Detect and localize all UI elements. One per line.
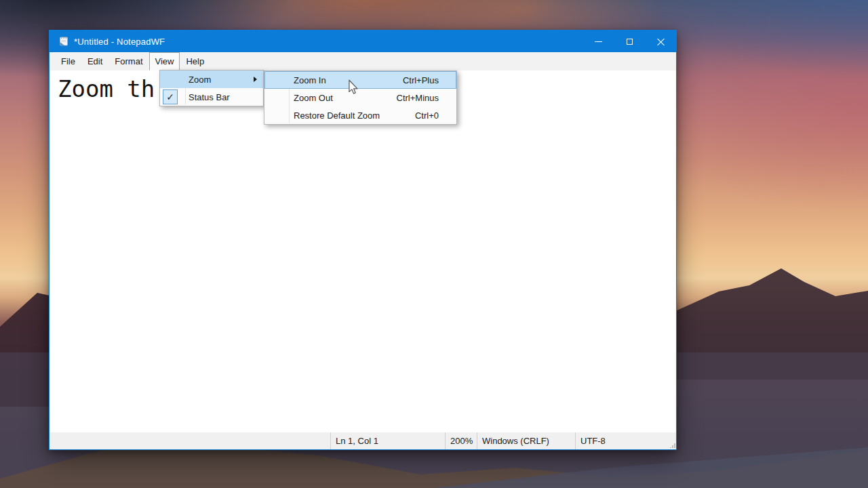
title-bar[interactable]: *Untitled - NotepadWF — [50, 30, 676, 52]
notepad-app-icon — [58, 36, 69, 47]
menu-bar: File Edit Format View Help — [50, 52, 676, 70]
maximize-button[interactable] — [614, 30, 645, 52]
menu-view[interactable]: View — [149, 52, 180, 70]
restore-default-zoom-shortcut: Ctrl+0 — [415, 110, 439, 121]
statusbar-cursor-position: Ln 1, Col 1 — [330, 432, 445, 449]
menu-format[interactable]: Format — [108, 52, 149, 70]
menu-file[interactable]: File — [55, 52, 81, 70]
mouse-cursor-icon — [348, 79, 359, 95]
statusbar-encoding: UTF-8 — [575, 432, 676, 449]
status-bar: Ln 1, Col 1 200% Windows (CRLF) UTF-8 — [50, 432, 676, 449]
zoom-in-label: Zoom In — [294, 75, 326, 85]
zoom-out-label: Zoom Out — [294, 93, 333, 103]
menu-item-status-bar-label: Status Bar — [189, 92, 230, 102]
statusbar-spacer — [50, 432, 330, 449]
menu-item-restore-default-zoom[interactable]: Restore Default Zoom Ctrl+0 — [264, 106, 456, 124]
menu-item-status-bar[interactable]: ✓ Status Bar — [160, 88, 263, 106]
minimize-button[interactable] — [583, 30, 614, 52]
window-title: *Untitled - NotepadWF — [74, 37, 165, 47]
menu-help[interactable]: Help — [180, 52, 210, 70]
submenu-arrow-icon — [254, 77, 257, 82]
menu-item-zoom[interactable]: Zoom — [160, 70, 263, 88]
text-editor-area[interactable]: Zoom th — [50, 70, 676, 432]
statusbar-zoom-level: 200% — [445, 432, 477, 449]
menu-item-zoom-label: Zoom — [189, 75, 211, 85]
resize-grip-icon[interactable] — [668, 441, 675, 449]
zoom-submenu: Zoom In Ctrl+Plus Zoom Out Ctrl+Minus Re… — [264, 70, 457, 125]
menu-edit[interactable]: Edit — [81, 52, 108, 70]
caption-buttons — [583, 30, 676, 52]
view-dropdown-menu: Zoom ✓ Status Bar — [159, 70, 264, 106]
menu-item-zoom-in[interactable]: Zoom In Ctrl+Plus — [264, 71, 456, 89]
zoom-out-shortcut: Ctrl+Minus — [397, 93, 439, 103]
menu-item-zoom-out[interactable]: Zoom Out Ctrl+Minus — [264, 89, 456, 106]
statusbar-line-ending: Windows (CRLF) — [477, 432, 575, 449]
zoom-in-shortcut: Ctrl+Plus — [403, 75, 439, 85]
restore-default-zoom-label: Restore Default Zoom — [294, 110, 380, 121]
checkmark-icon: ✓ — [163, 89, 178, 104]
close-button[interactable] — [645, 30, 676, 52]
maximize-icon — [627, 39, 633, 45]
minimize-icon — [595, 41, 602, 42]
close-icon — [657, 38, 665, 45]
document-text: Zoom th — [58, 75, 155, 102]
